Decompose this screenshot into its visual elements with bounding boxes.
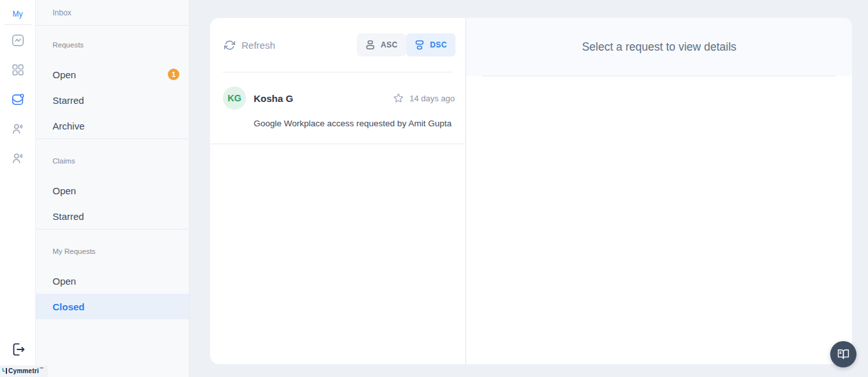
sort-ascending-icon — [365, 40, 375, 50]
sort-dsc-button[interactable]: DSC — [406, 33, 455, 56]
requests-card: Refresh ASC — [210, 18, 852, 364]
help-docs-fab[interactable] — [830, 341, 856, 367]
users-icon[interactable] — [10, 121, 26, 137]
detail-empty-state: Select a request to view details — [466, 18, 852, 76]
brand-logo: Cymmetri™ — [0, 365, 48, 377]
sidebar: Inbox Requests Open 1 Starred Archive Cl… — [36, 0, 190, 377]
brand-trademark: ™ — [40, 367, 44, 371]
sidebar-section-my-requests: My Requests Open Closed — [36, 230, 189, 319]
logout-icon[interactable] — [10, 341, 26, 358]
request-detail-panel: Select a request to view details — [466, 18, 852, 364]
refresh-button[interactable]: Refresh — [224, 40, 275, 51]
sidebar-item-claims-starred[interactable]: Starred — [36, 203, 189, 229]
sidebar-item-requests-archive[interactable]: Archive — [36, 113, 189, 138]
sidebar-item-label: Open — [53, 185, 76, 196]
star-button[interactable] — [393, 92, 404, 104]
sidebar-item-my-requests-open[interactable]: Open — [36, 268, 189, 294]
rail-icons — [10, 33, 26, 180]
sidebar-item-my-requests-closed[interactable]: Closed — [36, 294, 189, 319]
sidebar-item-requests-starred[interactable]: Starred — [36, 87, 189, 113]
request-list-item[interactable]: KG Kosha G 14 days ago Google Workplace … — [210, 72, 465, 144]
rail-my-label[interactable]: My — [13, 0, 23, 24]
request-summary: Google Workplace access requested by Ami… — [254, 119, 455, 128]
section-label: My Requests — [36, 230, 189, 255]
section-label: Claims — [36, 139, 189, 165]
apps-grid-icon[interactable] — [10, 62, 26, 78]
sidebar-item-label: Closed — [53, 301, 85, 312]
detail-header-divider — [482, 76, 837, 76]
list-toolbar: Refresh ASC — [210, 18, 465, 72]
sidebar-item-label: Archive — [53, 121, 85, 131]
open-book-icon — [837, 348, 849, 360]
avatar: KG — [223, 87, 246, 110]
section-label: Requests — [36, 26, 189, 49]
rail-divider — [4, 24, 32, 25]
sidebar-header: Inbox — [36, 0, 189, 26]
refresh-icon — [224, 40, 235, 51]
refresh-label: Refresh — [242, 40, 275, 51]
sidebar-section-requests: Requests Open 1 Starred Archive — [36, 26, 189, 139]
sidebar-item-label: Starred — [53, 211, 84, 222]
requester-name: Kosha G — [254, 93, 293, 104]
star-icon — [393, 92, 404, 104]
sort-dsc-label: DSC — [430, 40, 447, 49]
sidebar-item-requests-open[interactable]: Open 1 — [36, 62, 189, 87]
brand-mark-icon — [2, 367, 8, 374]
brand-name: Cymmetri — [8, 367, 39, 374]
request-list-panel: Refresh ASC — [210, 18, 466, 364]
sidebar-item-label: Starred — [53, 95, 84, 106]
sort-toggle: ASC DSC — [357, 33, 455, 56]
unread-count-badge: 1 — [168, 69, 179, 80]
request-timestamp: 14 days ago — [409, 94, 455, 103]
sort-descending-icon — [414, 40, 425, 50]
sidebar-item-claims-open[interactable]: Open — [36, 178, 189, 203]
sidebar-item-label: Open — [53, 276, 76, 287]
user-group-icon[interactable] — [10, 151, 26, 166]
activity-icon[interactable] — [10, 33, 26, 48]
icon-rail: My — [0, 0, 36, 377]
main-area: Refresh ASC — [190, 0, 868, 377]
inbox-icon[interactable] — [10, 92, 26, 107]
sort-asc-label: ASC — [381, 40, 398, 49]
sidebar-section-claims: Claims Open Starred — [36, 139, 189, 230]
sidebar-item-label: Open — [53, 69, 76, 80]
sort-asc-button[interactable]: ASC — [357, 33, 406, 56]
